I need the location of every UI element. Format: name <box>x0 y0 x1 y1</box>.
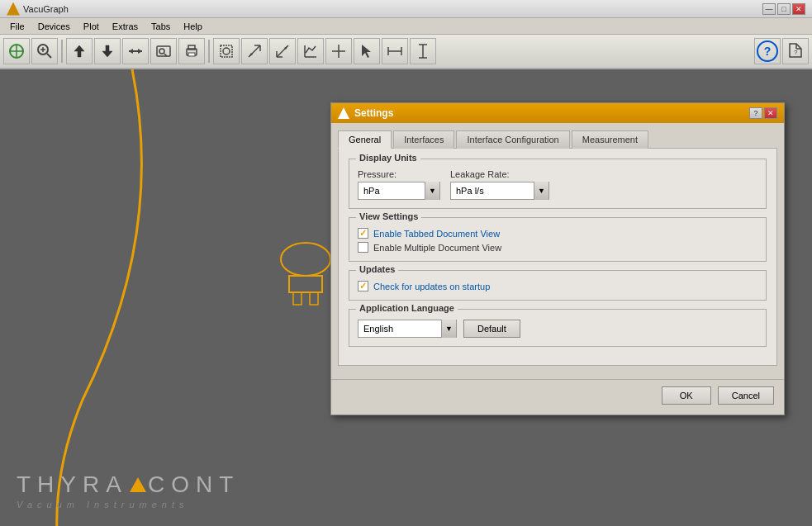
main-area: THYRACONT Vacuum Instruments Settings ? … <box>0 69 812 526</box>
app-icon <box>7 2 20 16</box>
multiple-doc-checkbox[interactable] <box>358 242 368 253</box>
tab-bar: General Interfaces Interface Configurati… <box>338 130 777 148</box>
dialog-title-bar: Settings ? ✕ <box>331 103 784 123</box>
menu-extras[interactable]: Extras <box>106 20 145 33</box>
tab-interfaces[interactable]: Interfaces <box>393 130 454 149</box>
dialog-close-button[interactable]: ✕ <box>764 107 777 119</box>
add-graph-button[interactable] <box>3 38 30 64</box>
svg-marker-10 <box>129 49 133 54</box>
horizontal-line-button[interactable] <box>382 38 408 64</box>
check-updates-checkbox[interactable]: ✓ <box>358 281 368 291</box>
zoom-region-button[interactable] <box>213 38 240 64</box>
toolbar-sep-2 <box>208 40 210 63</box>
svg-rect-18 <box>221 45 232 57</box>
leakage-label: Leakage Rate: <box>450 169 549 179</box>
arrow-left-right-button[interactable] <box>122 38 149 64</box>
leakage-col: Leakage Rate: hPa l/s ▼ <box>450 169 549 200</box>
svg-rect-46 <box>310 292 318 305</box>
zoom-button[interactable] <box>31 38 58 64</box>
language-dropdown-arrow[interactable]: ▼ <box>441 320 456 338</box>
svg-point-19 <box>223 48 230 54</box>
toolbar-sep-1 <box>61 40 63 63</box>
cross-button[interactable] <box>325 38 352 64</box>
help-icon: ? <box>757 40 778 62</box>
scale-up-button[interactable] <box>241 38 268 64</box>
menu-bar: File Devices Plot Extras Tabs Help <box>0 18 812 35</box>
language-dropdown[interactable]: English ▼ <box>358 320 457 338</box>
leakage-dropdown-arrow[interactable]: ▼ <box>534 182 548 200</box>
menu-help[interactable]: Help <box>177 20 209 33</box>
svg-rect-45 <box>293 292 302 305</box>
leakage-dropdown[interactable]: hPa l/s ▼ <box>450 182 549 200</box>
dialog-content: General Interfaces Interface Configurati… <box>331 123 784 372</box>
svg-marker-8 <box>102 45 112 57</box>
check-icon: ✓ <box>359 228 367 239</box>
pressure-label: Pressure: <box>358 169 440 179</box>
svg-marker-7 <box>74 45 84 57</box>
download-button[interactable] <box>94 38 121 64</box>
language-value: English <box>359 322 441 335</box>
tab-general[interactable]: General <box>338 130 392 149</box>
tab-interface-config[interactable]: Interface Configuration <box>456 130 569 149</box>
leakage-value: hPa l/s <box>451 184 534 197</box>
language-row: English ▼ Default <box>358 320 757 338</box>
view-settings-group: View Settings ✓ Enable Tabbed Document V… <box>349 217 767 262</box>
minimize-button[interactable]: — <box>762 3 776 15</box>
logo-subtitle: Vacuum Instruments <box>17 500 240 509</box>
whats-this-button[interactable]: ? <box>782 38 809 64</box>
toolbar: ? ? <box>0 35 812 69</box>
cursor-button[interactable] <box>354 38 380 64</box>
svg-rect-16 <box>188 45 195 50</box>
svg-rect-17 <box>188 53 195 56</box>
cancel-button[interactable]: Cancel <box>718 386 774 405</box>
svg-rect-44 <box>289 276 322 292</box>
check-icon-2: ✓ <box>359 281 367 291</box>
close-button[interactable]: ✕ <box>792 3 805 15</box>
pressure-dropdown-arrow[interactable]: ▼ <box>425 182 439 200</box>
logo-text: THYRACONT <box>17 472 240 498</box>
svg-marker-11 <box>138 49 142 54</box>
tab-measurement[interactable]: Measurement <box>572 130 648 149</box>
svg-line-4 <box>47 54 51 58</box>
upload-button[interactable] <box>66 38 93 64</box>
pressure-value: hPa <box>359 184 425 197</box>
tabbed-view-checkbox[interactable]: ✓ <box>358 228 368 239</box>
dialog-title-icon <box>338 107 349 119</box>
updates-group: Updates ✓ Check for updates on startup <box>349 270 767 301</box>
maximize-button[interactable]: □ <box>777 3 791 15</box>
updates-option-row: ✓ Check for updates on startup <box>358 281 757 291</box>
dialog-footer: OK Cancel <box>331 379 784 415</box>
magnify-button[interactable] <box>150 38 177 64</box>
dialog-title-buttons: ? ✕ <box>749 107 777 119</box>
display-units-group: Display Units Pressure: hPa ▼ Leakage Ra… <box>349 159 767 209</box>
ok-button[interactable]: OK <box>662 386 711 405</box>
logo-area: THYRACONT Vacuum Instruments <box>17 472 240 509</box>
menu-file[interactable]: File <box>3 20 31 33</box>
display-units-title: Display Units <box>356 153 420 163</box>
dialog-help-button[interactable]: ? <box>749 107 762 119</box>
app-language-title: Application Language <box>356 303 458 313</box>
app-title: VacuGraph <box>23 4 762 14</box>
menu-tabs[interactable]: Tabs <box>145 20 177 33</box>
svg-text:?: ? <box>794 49 798 56</box>
updates-title: Updates <box>356 264 398 274</box>
svg-point-13 <box>159 49 164 54</box>
print-button[interactable] <box>178 38 205 64</box>
tabbed-view-label[interactable]: Enable Tabbed Document View <box>373 229 500 239</box>
menu-devices[interactable]: Devices <box>31 20 77 33</box>
title-bar-buttons: — □ ✕ <box>762 3 805 15</box>
multiple-doc-label[interactable]: Enable Multiple Document View <box>373 243 501 253</box>
check-updates-label[interactable]: Check for updates on startup <box>373 282 490 291</box>
axis-button[interactable] <box>297 38 324 64</box>
menu-plot[interactable]: Plot <box>77 20 106 33</box>
default-button[interactable]: Default <box>463 320 520 338</box>
help-circle-button[interactable]: ? <box>754 38 781 64</box>
pressure-col: Pressure: hPa ▼ <box>358 169 440 200</box>
scale-down-button[interactable] <box>269 38 296 64</box>
settings-dialog: Settings ? ✕ General Interfaces Interfac… <box>330 102 785 415</box>
svg-point-43 <box>281 243 330 276</box>
dialog-title: Settings <box>354 107 749 119</box>
vertical-line-button[interactable] <box>410 38 436 64</box>
pressure-dropdown[interactable]: hPa ▼ <box>358 182 440 200</box>
app-language-group: Application Language English ▼ Default <box>349 309 767 347</box>
